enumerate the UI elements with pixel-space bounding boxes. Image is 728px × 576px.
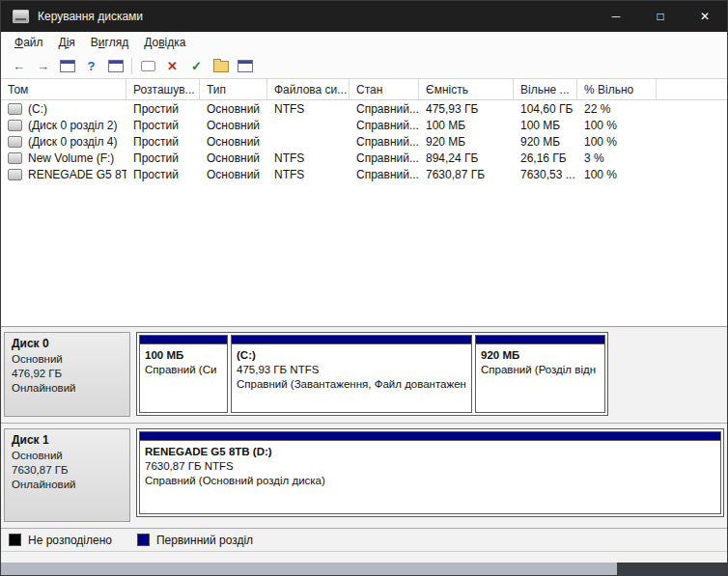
legend-swatch	[9, 534, 21, 546]
partition[interactable]: (C:)475,93 ГБ NTFSСправний (Завантаження…	[231, 335, 472, 413]
column-header-capacity[interactable]: Ємність	[419, 79, 514, 99]
volume-row[interactable]: RENEGADE G5 8TB...ПростийОсновнийNTFSСпр…	[1, 166, 727, 182]
table-body: (C:)ПростийОсновнийNTFSСправний...475,93…	[1, 100, 727, 326]
desktop-edge	[1, 562, 727, 575]
disk-panel-1[interactable]: Диск 1Основний7630,87 ГБОнлайновий	[4, 428, 130, 522]
column-header-fs[interactable]: Файлова си...	[267, 79, 350, 99]
menu-help[interactable]: Довідка	[136, 34, 193, 51]
app-icon	[13, 10, 29, 23]
disk-graph-0: 100 МБСправний (Си(C:)475,93 ГБ NTFSСпра…	[136, 332, 608, 416]
menu-action[interactable]: Дія	[51, 34, 83, 51]
partition[interactable]: 920 МБСправний (Розділ відн	[475, 335, 605, 413]
cell-type: Основний	[200, 151, 267, 165]
status-bar	[1, 551, 727, 562]
cell-type: Основний	[200, 119, 267, 132]
window-controls: ─□✕	[594, 1, 727, 32]
cell-status: Справний...	[350, 102, 419, 116]
volume-icon	[8, 152, 22, 164]
menu-file[interactable]: Файл	[7, 34, 51, 51]
partition-label: 100 МБСправний (Си	[140, 344, 227, 377]
toolbar-separator	[131, 58, 132, 74]
cell-capacity: 100 МБ	[419, 119, 514, 132]
cell-volume: (Диск 0 розділ 2)	[1, 119, 126, 132]
open-folder-icon	[213, 61, 229, 72]
cell-pct: 22 %	[577, 102, 657, 116]
partition[interactable]: RENEGADE G5 8TB (D:)7630,87 ГБ NTFSСправ…	[139, 431, 721, 514]
table-header: ТомРозташув...ТипФайлова си...СтанЄмніст…	[1, 79, 727, 100]
volume-row[interactable]: New Volume (F:)ПростийОсновнийNTFSСправн…	[1, 150, 727, 166]
delete-volume-icon: ✕	[167, 60, 178, 72]
column-header-layout[interactable]: Розташув...	[126, 79, 200, 99]
cell-status: Справний...	[350, 135, 419, 149]
cell-status: Справний...	[350, 168, 419, 181]
volume-icon	[8, 136, 22, 148]
cell-free: 104,60 ГБ	[514, 102, 577, 116]
column-header-volume[interactable]: Том	[1, 79, 126, 99]
check-disk-icon-button[interactable]: ✓	[184, 55, 209, 76]
cell-type: Основний	[200, 168, 267, 181]
export-list-icon-button[interactable]	[103, 55, 127, 76]
cell-status: Справний...	[350, 119, 419, 132]
volume-row[interactable]: (Диск 0 розділ 4)ПростийОсновнийСправний…	[1, 133, 727, 150]
cell-fs: NTFS	[267, 168, 350, 181]
cell-pct: 100 %	[577, 135, 657, 149]
help-icon: ?	[88, 60, 96, 72]
cell-fs: NTFS	[267, 151, 350, 165]
column-header-type[interactable]: Тип	[200, 79, 267, 99]
cell-layout: Простий	[126, 119, 200, 132]
cell-layout: Простий	[126, 151, 200, 165]
open-folder-icon-button[interactable]	[209, 55, 233, 76]
console-tree-icon	[60, 60, 75, 72]
fields-icon-button[interactable]	[233, 55, 257, 76]
cell-capacity: 920 МБ	[419, 135, 514, 149]
legend-item: Не розподілено	[9, 534, 112, 547]
cell-pct: 3 %	[577, 151, 657, 165]
cell-volume: RENEGADE G5 8TB...	[1, 168, 126, 181]
disk-info-line: 476,92 ГБ	[12, 367, 123, 381]
cell-pct: 100 %	[577, 119, 657, 132]
help-icon-button[interactable]: ?	[79, 55, 103, 76]
disk-name: Диск 1	[12, 433, 123, 447]
cell-capacity: 7630,87 ГБ	[419, 168, 514, 181]
column-header-free[interactable]: Вільне ...	[514, 79, 577, 99]
dialog-icon-button[interactable]	[136, 55, 160, 76]
volume-list-pane: ТомРозташув...ТипФайлова си...СтанЄмніст…	[1, 79, 727, 326]
disk-info-line: Основний	[12, 449, 123, 463]
partition-type-band	[140, 336, 227, 344]
window-title: Керування дисками	[38, 10, 143, 23]
cell-free: 920 МБ	[514, 135, 577, 149]
dialog-icon	[141, 61, 155, 71]
minimize-button[interactable]: ─	[594, 1, 638, 32]
legend-item: Первинний розділ	[137, 534, 253, 547]
cell-free: 26,16 ГБ	[514, 151, 577, 165]
disk-info-line: Онлайновий	[12, 381, 123, 396]
partition-type-band	[232, 336, 471, 344]
cell-volume: (C:)	[1, 102, 126, 116]
partition-label: RENEGADE G5 8TB (D:)7630,87 ГБ NTFSСправ…	[140, 441, 720, 488]
taskbar-fragment	[617, 562, 727, 575]
partition-label: 920 МБСправний (Розділ відн	[476, 344, 604, 377]
console-tree-icon-button[interactable]	[55, 55, 79, 76]
volume-icon	[8, 103, 22, 115]
graph-pane: Диск 0Основний476,92 ГБОнлайновий100 МБС…	[1, 326, 727, 529]
disk-management-window: Керування дисками ─□✕ ФайлДіяВиглядДовід…	[0, 0, 728, 576]
forward-icon-button[interactable]: →	[31, 55, 55, 76]
cell-status: Справний...	[350, 151, 419, 165]
back-icon-button[interactable]: ←	[7, 55, 31, 76]
volume-row[interactable]: (C:)ПростийОсновнийNTFSСправний...475,93…	[1, 100, 727, 117]
column-header-filler	[657, 79, 727, 99]
menu-view[interactable]: Вигляд	[83, 34, 136, 51]
disk-info-line: 7630,87 ГБ	[12, 463, 123, 478]
column-header-status[interactable]: Стан	[350, 79, 419, 99]
volume-row[interactable]: (Диск 0 розділ 2)ПростийОсновнийСправний…	[1, 117, 727, 133]
cell-layout: Простий	[126, 135, 200, 149]
disk-info-line: Онлайновий	[12, 478, 123, 492]
legend-bar: Не розподіленоПервинний розділ	[1, 529, 727, 551]
delete-volume-icon-button[interactable]: ✕	[160, 55, 184, 76]
cell-free: 100 МБ	[514, 119, 577, 132]
maximize-button[interactable]: □	[638, 1, 683, 32]
disk-panel-0[interactable]: Диск 0Основний476,92 ГБОнлайновий	[4, 332, 130, 417]
partition[interactable]: 100 МБСправний (Си	[139, 335, 228, 413]
column-header-pct[interactable]: % Вільно	[577, 79, 657, 99]
close-button[interactable]: ✕	[683, 1, 727, 32]
